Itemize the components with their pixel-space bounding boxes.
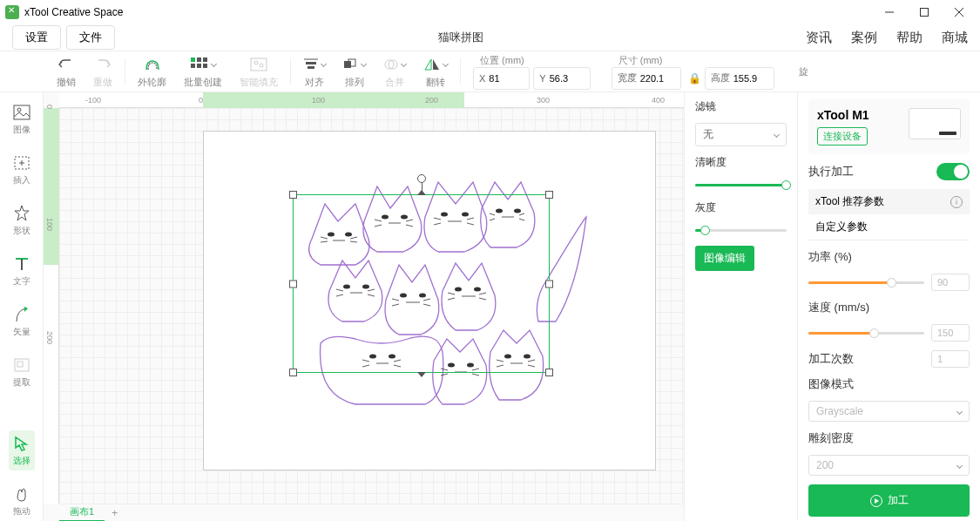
- x-field[interactable]: X: [473, 67, 530, 90]
- tool-text[interactable]: 文字: [9, 251, 35, 291]
- horizontal-ruler: -100 0 100 200 300 400: [59, 92, 684, 108]
- connect-device-button[interactable]: 连接设备: [817, 127, 868, 145]
- filter-select[interactable]: 无: [695, 123, 787, 146]
- document-title: 猫咪拼图: [438, 30, 483, 45]
- power-slider[interactable]: [808, 281, 924, 284]
- add-canvas-button[interactable]: +: [105, 505, 125, 521]
- height-field[interactable]: 高度: [705, 67, 774, 90]
- density-label: 雕刻密度: [808, 430, 970, 446]
- tool-insert[interactable]: 插入: [9, 150, 35, 190]
- nav-store[interactable]: 商城: [942, 30, 968, 46]
- nav-help[interactable]: 帮助: [896, 30, 923, 46]
- custom-params-tab[interactable]: 自定义参数: [808, 214, 970, 240]
- filter-label: 滤镜: [695, 99, 787, 114]
- vertical-ruler: 0 100 200: [44, 108, 59, 504]
- menubar: 设置 文件 猫咪拼图 资讯 案例 帮助 商城: [0, 24, 980, 51]
- handle-mb[interactable]: [417, 372, 426, 377]
- passes-value[interactable]: 1: [931, 350, 970, 368]
- align-button[interactable]: 对齐: [294, 55, 335, 89]
- svg-rect-7: [191, 64, 195, 68]
- canvas-area[interactable]: -100 0 100 200 300 400 0 100 200: [44, 92, 684, 521]
- handle-ml[interactable]: [289, 280, 297, 288]
- device-card: xTool M1 连接设备: [808, 99, 970, 154]
- device-image: [909, 108, 961, 139]
- svg-point-21: [17, 108, 21, 112]
- process-exec-label: 执行加工: [808, 164, 854, 179]
- left-toolbar: 图像 插入 形状 文字 矢量 提取 选择 拖动: [0, 92, 44, 521]
- svg-rect-1: [921, 9, 929, 17]
- close-button[interactable]: [942, 0, 977, 24]
- minimize-button[interactable]: [872, 0, 907, 24]
- power-label: 功率 (%): [808, 249, 970, 265]
- handle-tl[interactable]: [289, 191, 297, 199]
- canvas-tab-1[interactable]: 画布1: [59, 504, 105, 521]
- handle-tr[interactable]: [545, 191, 553, 199]
- density-select[interactable]: 200: [808, 455, 970, 476]
- undo-button[interactable]: 撤销: [48, 55, 84, 89]
- y-input[interactable]: [550, 73, 585, 84]
- combine-button[interactable]: 合并: [375, 55, 415, 89]
- maximize-button[interactable]: [907, 0, 942, 24]
- rotate-label: 旋: [799, 65, 808, 78]
- speed-label: 速度 (mm/s): [808, 300, 970, 315]
- tool-select[interactable]: 选择: [9, 430, 35, 470]
- lock-icon[interactable]: 🔒: [688, 72, 701, 85]
- smartfill-button[interactable]: 智能填充: [231, 55, 287, 89]
- size-label: 尺寸 (mm): [618, 54, 773, 67]
- tool-shape[interactable]: 形状: [9, 200, 35, 240]
- nav-news[interactable]: 资讯: [806, 30, 832, 46]
- handle-bl[interactable]: [289, 369, 297, 376]
- app-icon: [5, 5, 19, 19]
- selection-box[interactable]: [293, 194, 550, 373]
- nav-cases[interactable]: 案例: [851, 30, 877, 46]
- x-input[interactable]: [489, 73, 524, 84]
- svg-rect-14: [306, 62, 316, 64]
- play-icon: [870, 495, 882, 507]
- redo-button[interactable]: 重做: [84, 55, 121, 89]
- tool-drag[interactable]: 拖动: [9, 481, 35, 521]
- svg-rect-8: [197, 64, 201, 68]
- image-edit-button[interactable]: 图像编辑: [695, 246, 754, 271]
- app-title: xTool Creative Space: [24, 6, 123, 18]
- file-button[interactable]: 文件: [66, 25, 115, 50]
- handle-mt[interactable]: [417, 190, 426, 195]
- tool-image[interactable]: 图像: [9, 99, 35, 139]
- handle-mr[interactable]: [545, 280, 553, 288]
- recommended-params-tab[interactable]: xTool 推荐参数i: [808, 189, 970, 214]
- device-name: xTool M1: [817, 108, 869, 122]
- arrange-button[interactable]: 排列: [335, 55, 375, 89]
- gray-slider[interactable]: [695, 229, 787, 232]
- process-button[interactable]: 加工: [808, 484, 970, 517]
- flip-button[interactable]: 翻转: [415, 55, 456, 89]
- speed-value[interactable]: 150: [931, 324, 970, 342]
- position-label: 位置 (mm): [480, 54, 589, 67]
- svg-rect-10: [251, 58, 267, 71]
- height-input[interactable]: [733, 73, 768, 84]
- svg-rect-15: [308, 66, 314, 69]
- image-mode-select[interactable]: Grayscale: [808, 401, 970, 422]
- sharpness-slider[interactable]: [695, 184, 787, 186]
- speed-slider[interactable]: [808, 332, 924, 335]
- passes-label: 加工次数: [808, 351, 854, 367]
- batch-create-button[interactable]: 批量创建: [175, 55, 231, 89]
- width-input[interactable]: [640, 73, 675, 84]
- info-icon[interactable]: i: [950, 196, 963, 208]
- y-field[interactable]: Y: [533, 67, 590, 90]
- rotate-handle[interactable]: [417, 174, 426, 183]
- power-value[interactable]: 90: [931, 274, 970, 291]
- svg-rect-28: [17, 362, 23, 367]
- handle-br[interactable]: [545, 369, 553, 376]
- toolbar: 撤销 重做 外轮廓 批量创建 智能填充 对齐 排列 合并 翻转 位置 (mm) …: [0, 51, 980, 92]
- tool-vector[interactable]: 矢量: [9, 301, 35, 342]
- gray-label: 灰度: [695, 200, 787, 215]
- filter-panel: 滤镜 无 清晰度 灰度 图像编辑: [684, 92, 797, 521]
- outline-button[interactable]: 外轮廓: [129, 55, 175, 89]
- titlebar: xTool Creative Space: [0, 0, 980, 24]
- svg-rect-6: [203, 58, 207, 62]
- settings-button[interactable]: 设置: [12, 25, 61, 50]
- width-field[interactable]: 宽度: [612, 67, 681, 90]
- svg-point-11: [254, 61, 258, 64]
- canvas-tabs: 画布1 +: [59, 504, 684, 521]
- tool-extract[interactable]: 提取: [9, 352, 35, 392]
- process-toggle[interactable]: [936, 163, 970, 180]
